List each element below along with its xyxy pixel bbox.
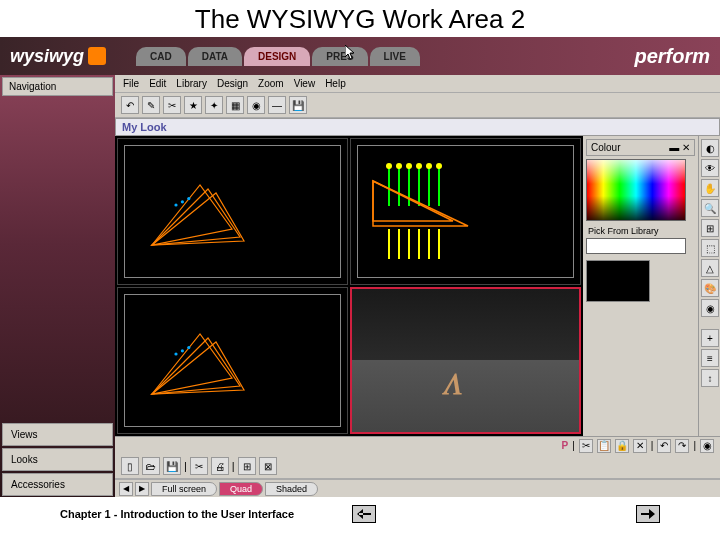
sidebar-looks-button[interactable]: Looks: [2, 448, 113, 471]
view-tab-fullscreen[interactable]: Full screen: [151, 482, 217, 496]
mtool-save-icon[interactable]: 💾: [163, 457, 181, 475]
tool-save-icon[interactable]: 💾: [289, 96, 307, 114]
mtool-grid2-icon[interactable]: ⊠: [259, 457, 277, 475]
main-area: Navigation Views Looks Accessories File …: [0, 75, 720, 497]
status-record-icon[interactable]: ◉: [700, 439, 714, 453]
menu-library[interactable]: Library: [176, 78, 207, 89]
rtool-hand-icon[interactable]: ✋: [701, 179, 719, 197]
right-toolbar: ◐ 👁 ✋ 🔍 ⊞ ⬚ △ 🎨 ◉ + ≡ ↕: [698, 136, 720, 436]
library-label: Pick From Library: [586, 224, 695, 238]
tool-cut-icon[interactable]: ✂: [163, 96, 181, 114]
color-picker[interactable]: [586, 159, 686, 221]
mtool-grid1-icon[interactable]: ⊞: [238, 457, 256, 475]
rtool-rect-icon[interactable]: ⬚: [701, 239, 719, 257]
view-tab-shaded[interactable]: Shaded: [265, 482, 318, 496]
sidebar-views-button[interactable]: Views: [2, 423, 113, 446]
top-band: wysiwyg CAD DATA DESIGN PRES LIVE perfor…: [0, 37, 720, 75]
menu-bar: File Edit Library Design Zoom View Help: [115, 75, 720, 93]
library-select[interactable]: [586, 238, 686, 254]
menu-file[interactable]: File: [123, 78, 139, 89]
viewport-bottom-right[interactable]: 𝛬: [350, 287, 581, 434]
mtool-cut-icon[interactable]: ✂: [190, 457, 208, 475]
tool-star-icon[interactable]: ★: [184, 96, 202, 114]
mode-tab-cad[interactable]: CAD: [136, 47, 186, 66]
wireframe-beams-icon: [140, 330, 260, 410]
prev-slide-button[interactable]: [352, 505, 376, 523]
tool-spark-icon[interactable]: ✦: [205, 96, 223, 114]
status-undo-icon[interactable]: ↶: [657, 439, 671, 453]
toolbar-sep2: |: [232, 460, 235, 472]
rtool-contrast-icon[interactable]: ◐: [701, 139, 719, 157]
tool-edit-icon[interactable]: ✎: [142, 96, 160, 114]
menu-edit[interactable]: Edit: [149, 78, 166, 89]
tool-grid-icon[interactable]: ▦: [226, 96, 244, 114]
menu-zoom[interactable]: Zoom: [258, 78, 284, 89]
menu-help[interactable]: Help: [325, 78, 346, 89]
rtool-eye-icon[interactable]: 👁: [701, 159, 719, 177]
viewport-top-left[interactable]: [117, 138, 348, 285]
rtool-zoom-icon[interactable]: 🔍: [701, 199, 719, 217]
next-icon: [641, 509, 655, 519]
rendered-figure-icon: 𝛬: [443, 367, 462, 402]
left-sidebar: Navigation Views Looks Accessories: [0, 75, 115, 497]
status-bar: P | ✂ 📋 🔒 ✕ | ↶ ↷ | ◉: [115, 436, 720, 454]
sidebar-accessories-button[interactable]: Accessories: [2, 473, 113, 496]
mode-tab-data[interactable]: DATA: [188, 47, 242, 66]
tab-scroll-left-icon[interactable]: ◀: [119, 482, 133, 496]
tool-line-icon[interactable]: —: [268, 96, 286, 114]
status-sep: |: [572, 440, 575, 451]
svg-point-3: [174, 352, 177, 355]
mode-tabs: CAD DATA DESIGN PRES LIVE: [136, 47, 420, 66]
viewport-frame: [124, 294, 341, 427]
status-p-label: P: [562, 440, 569, 451]
svg-point-5: [187, 346, 190, 349]
svg-point-1: [181, 200, 184, 203]
status-redo-icon[interactable]: ↷: [675, 439, 689, 453]
rtool-grid-icon[interactable]: ⊞: [701, 219, 719, 237]
app-logo: wysiwyg: [10, 46, 84, 67]
rtool-circle-icon[interactable]: ◉: [701, 299, 719, 317]
rtool-plus-icon[interactable]: +: [701, 329, 719, 347]
center-area: File Edit Library Design Zoom View Help …: [115, 75, 720, 497]
slide-title: The WYSIWYG Work Area 2: [0, 0, 720, 37]
rtool-tri-icon[interactable]: △: [701, 259, 719, 277]
mtool-new-icon[interactable]: ▯: [121, 457, 139, 475]
mtool-open-icon[interactable]: 🗁: [142, 457, 160, 475]
viewport-frame: [357, 145, 574, 278]
orange-beams-icon: [368, 176, 488, 236]
tool-target-icon[interactable]: ◉: [247, 96, 265, 114]
app-window: wysiwyg CAD DATA DESIGN PRES LIVE perfor…: [0, 37, 720, 497]
status-paste-icon[interactable]: 📋: [597, 439, 611, 453]
mode-tab-live[interactable]: LIVE: [370, 47, 420, 66]
right-panel: Colour ▬ ✕ Pick From Library: [583, 136, 698, 436]
mode-tab-pres[interactable]: PRES: [312, 47, 367, 66]
menu-design[interactable]: Design: [217, 78, 248, 89]
prev-icon: [357, 509, 371, 519]
mode-tab-design[interactable]: DESIGN: [244, 47, 310, 66]
brand-label: perform: [634, 45, 710, 68]
menu-view[interactable]: View: [294, 78, 316, 89]
status-sep2: |: [651, 440, 654, 451]
status-close-icon[interactable]: ✕: [633, 439, 647, 453]
color-panel-title: Colour: [591, 142, 620, 153]
mtool-print-icon[interactable]: 🖨: [211, 457, 229, 475]
svg-point-0: [174, 203, 177, 206]
toolbar-sep: |: [184, 460, 187, 472]
slide-nav: [352, 505, 660, 523]
color-swatch: [586, 260, 650, 302]
rtool-palette-icon[interactable]: 🎨: [701, 279, 719, 297]
rtool-updown-icon[interactable]: ↕: [701, 369, 719, 387]
next-slide-button[interactable]: [636, 505, 660, 523]
viewport-bottom-left[interactable]: [117, 287, 348, 434]
status-cut-icon[interactable]: ✂: [579, 439, 593, 453]
svg-point-2: [187, 197, 190, 200]
panel-min-icon[interactable]: ▬ ✕: [669, 142, 690, 153]
nav-space: [0, 98, 115, 422]
tab-scroll-right-icon[interactable]: ▶: [135, 482, 149, 496]
tool-undo-icon[interactable]: ↶: [121, 96, 139, 114]
view-tab-quad[interactable]: Quad: [219, 482, 263, 496]
status-lock-icon[interactable]: 🔒: [615, 439, 629, 453]
look-title: My Look: [115, 118, 720, 136]
rtool-lines-icon[interactable]: ≡: [701, 349, 719, 367]
viewport-top-right[interactable]: [350, 138, 581, 285]
